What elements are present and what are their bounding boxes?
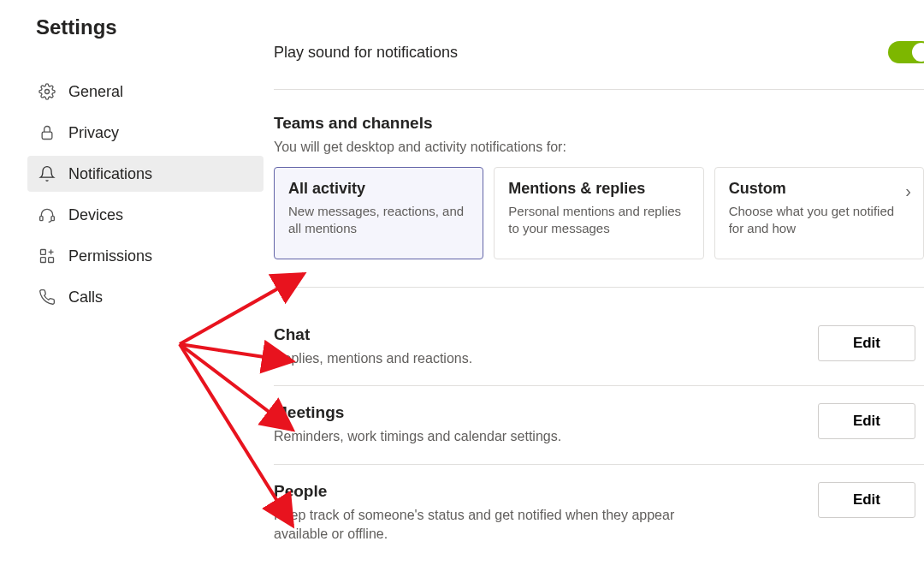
svg-rect-2 (40, 217, 43, 221)
settings-sidebar: Settings General Privacy Notifications D… (0, 0, 274, 583)
sidebar-item-notifications[interactable]: Notifications (27, 156, 264, 192)
lock-icon (38, 123, 56, 142)
chevron-right-icon: › (905, 181, 911, 201)
sidebar-title: Settings (36, 15, 264, 39)
card-custom[interactable]: › Custom Choose what you get notified fo… (714, 167, 924, 259)
phone-icon (38, 288, 56, 306)
people-desc: Keep track of someone's status and get n… (274, 506, 702, 544)
card-title: Mentions & replies (508, 180, 689, 198)
svg-rect-6 (41, 258, 46, 263)
meetings-header: Meetings (274, 403, 561, 422)
sidebar-item-devices[interactable]: Devices (27, 197, 264, 233)
sidebar-item-permissions[interactable]: Permissions (27, 238, 264, 274)
apps-icon (38, 247, 56, 265)
sidebar-item-label: Calls (68, 289, 103, 306)
sidebar-item-label: General (68, 83, 123, 101)
headset-icon (38, 205, 56, 224)
chat-desc: Replies, mentions and reactions. (274, 349, 472, 368)
card-desc: Choose what you get notified for and how (729, 203, 909, 238)
teams-channels-sub: You will get desktop and activity notifi… (274, 140, 924, 155)
bell-icon (38, 164, 56, 183)
card-desc: New messages, reactions, and all mention… (288, 203, 469, 238)
gear-icon (38, 82, 56, 101)
sidebar-item-label: Devices (68, 206, 123, 224)
teams-channels-header: Teams and channels (274, 114, 924, 133)
play-sound-toggle[interactable] (888, 41, 924, 63)
sidebar-item-calls[interactable]: Calls (27, 279, 264, 315)
svg-rect-1 (42, 132, 52, 139)
meetings-edit-button[interactable]: Edit (818, 403, 915, 439)
svg-rect-3 (51, 217, 54, 221)
card-all-activity[interactable]: All activity New messages, reactions, an… (274, 167, 483, 259)
card-mentions-replies[interactable]: Mentions & replies Personal mentions and… (494, 167, 703, 259)
teams-channels-cards: All activity New messages, reactions, an… (274, 167, 924, 288)
sidebar-item-label: Permissions (68, 247, 152, 265)
card-desc: Personal mentions and replies to your me… (508, 203, 689, 238)
svg-rect-4 (41, 250, 46, 255)
chat-edit-button[interactable]: Edit (818, 325, 915, 361)
people-header: People (274, 482, 702, 501)
play-sound-label: Play sound for notifications (274, 44, 458, 62)
main-panel: Play sound for notifications Teams and c… (274, 0, 924, 583)
sidebar-item-general[interactable]: General (27, 74, 264, 110)
card-title: Custom (729, 180, 909, 198)
sidebar-item-privacy[interactable]: Privacy (27, 115, 264, 151)
sidebar-item-label: Notifications (68, 165, 152, 183)
chat-header: Chat (274, 325, 472, 344)
people-edit-button[interactable]: Edit (818, 482, 915, 518)
card-title: All activity (288, 180, 469, 198)
svg-rect-5 (49, 258, 54, 263)
meetings-desc: Reminders, work timings and calendar set… (274, 427, 561, 446)
svg-point-0 (45, 90, 50, 94)
sidebar-item-label: Privacy (68, 124, 119, 142)
